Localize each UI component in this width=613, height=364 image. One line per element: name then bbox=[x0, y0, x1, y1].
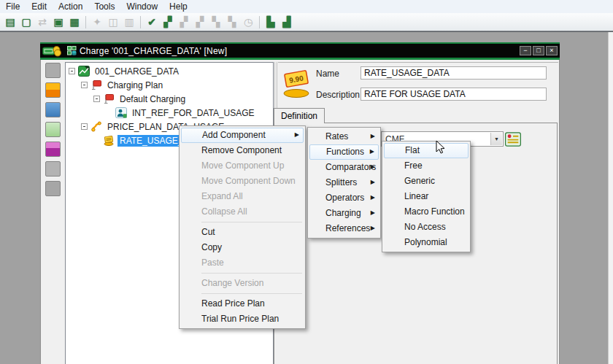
collapse-expander-icon[interactable] bbox=[81, 123, 88, 130]
mouse-cursor bbox=[436, 140, 446, 155]
event-picker-button[interactable] bbox=[505, 132, 521, 147]
export-icon[interactable]: ▦ bbox=[67, 15, 82, 29]
toolbar-separator bbox=[140, 16, 141, 28]
palette-green-button[interactable] bbox=[45, 122, 61, 137]
chevron-down-icon[interactable]: ▼ bbox=[490, 133, 502, 145]
toolbar-separator bbox=[85, 16, 86, 28]
palette-magenta-button[interactable] bbox=[45, 142, 61, 157]
submenu-item-references[interactable]: References▶ bbox=[309, 221, 379, 236]
new-icon[interactable]: ▤ bbox=[3, 15, 18, 29]
menu-item-cut[interactable]: Cut bbox=[181, 225, 304, 240]
open-icon[interactable]: ▢ bbox=[19, 15, 34, 29]
collapse-expander-icon[interactable] bbox=[93, 96, 100, 102]
palette-blank-button[interactable] bbox=[45, 63, 61, 78]
validate-icon[interactable]: ✔ bbox=[144, 15, 159, 29]
submenu-item-linear[interactable]: Linear bbox=[384, 189, 469, 204]
submenu-arrow-icon: ▶ bbox=[371, 190, 375, 205]
submenu-item-polynomial[interactable]: Polynomial bbox=[384, 235, 469, 250]
price-plan-icon[interactable]: ▞ bbox=[161, 15, 175, 29]
tab-definition[interactable]: Definition bbox=[274, 108, 325, 123]
link-icon: ⇄ bbox=[35, 15, 50, 29]
event-picker-icon bbox=[505, 132, 521, 147]
menu-tools[interactable]: Tools bbox=[88, 0, 120, 13]
submenu-item-rates[interactable]: Rates▶ bbox=[309, 129, 379, 144]
collapse-expander-icon[interactable] bbox=[69, 68, 75, 74]
submenu-arrow-icon: ▶ bbox=[371, 160, 375, 174]
price-plan-icon bbox=[90, 121, 102, 132]
window-title: Charge '001_CHARGE_DATA' [New] bbox=[80, 46, 227, 56]
copy-icon: ◫ bbox=[106, 15, 120, 29]
description-field[interactable] bbox=[361, 88, 547, 101]
menu-separator bbox=[201, 273, 302, 274]
menu-help[interactable]: Help bbox=[163, 0, 193, 13]
toolbar: ▤ ▢ ⇄ ▣ ▦ ✦ ◫ ▥ ✔ ▞ ▞ ▞ ▚ ▚ ◷ ▙ ▟ bbox=[0, 13, 613, 31]
menu-item-change-version: Change Version bbox=[181, 276, 304, 291]
minimize-button[interactable]: − bbox=[520, 46, 531, 55]
restore-button[interactable]: □ bbox=[533, 46, 544, 55]
menu-item-add-component[interactable]: Add Component ▶ bbox=[181, 128, 304, 143]
menu-item-move-component-up: Move Component Up bbox=[181, 158, 304, 174]
menu-item-collapse-all: Collapse All bbox=[181, 204, 304, 220]
menu-item-paste: Paste bbox=[181, 255, 304, 271]
price-plan-3-icon: ▞ bbox=[193, 15, 207, 29]
submenu-item-no-access[interactable]: No Access bbox=[384, 220, 469, 235]
submenu-item-charging[interactable]: Charging▶ bbox=[309, 206, 379, 221]
palette-blue-button[interactable] bbox=[45, 102, 61, 117]
name-field[interactable] bbox=[361, 66, 547, 80]
menu-item-copy[interactable]: Copy bbox=[181, 240, 304, 255]
name-label: Name bbox=[316, 69, 339, 79]
menu-file[interactable]: File bbox=[0, 0, 26, 13]
menu-item-remove-component[interactable]: Remove Component bbox=[181, 143, 304, 158]
tree-node-internal-reference[interactable]: INT_REF_FOR_DATA_USAGE bbox=[66, 106, 273, 120]
tree-node-label: Charging Plan bbox=[105, 80, 165, 91]
submenu-item-functions[interactable]: Functions▶ bbox=[309, 144, 379, 160]
default-charging-icon bbox=[103, 93, 115, 104]
submenu-arrow-icon: ▶ bbox=[371, 175, 375, 190]
submenu-arrow-icon: ▶ bbox=[370, 145, 374, 158]
functions-submenu: Flat Free Generic Linear Macro Function … bbox=[382, 141, 471, 252]
collapse-expander-icon[interactable] bbox=[81, 82, 88, 88]
tree-node-default-charging[interactable]: Default Charging bbox=[66, 92, 273, 106]
submenu-item-comparators[interactable]: Comparators▶ bbox=[309, 160, 379, 175]
menu-bar: File Edit Action Tools Window Help bbox=[0, 0, 613, 13]
menu-separator bbox=[201, 222, 302, 222]
tab-definition-label: Definition bbox=[281, 111, 317, 121]
rate-tag-icon: 9.90 bbox=[281, 69, 312, 99]
submenu-item-flat[interactable]: Flat bbox=[384, 143, 469, 158]
money-icon bbox=[42, 45, 61, 57]
print-icon: ▥ bbox=[122, 15, 136, 29]
tree-node-label: INT_REF_FOR_DATA_USAGE bbox=[130, 107, 257, 119]
export-price-plan-icon[interactable]: ▙ bbox=[263, 15, 278, 29]
menu-item-expand-all: Expand All bbox=[181, 189, 304, 204]
mdi-right-strip bbox=[608, 32, 613, 364]
menu-item-read-price-plan[interactable]: Read Price Plan bbox=[181, 296, 304, 311]
tree-node-charging-plan[interactable]: Charging Plan bbox=[66, 78, 273, 92]
window-controls: − □ × bbox=[518, 46, 558, 55]
submenu-item-operators[interactable]: Operators▶ bbox=[309, 190, 379, 206]
close-button[interactable]: × bbox=[546, 46, 558, 55]
price-plan-5-icon: ▚ bbox=[225, 15, 239, 29]
palette-orange-button[interactable] bbox=[45, 82, 61, 98]
application-window: File Edit Action Tools Window Help ▤ ▢ ⇄… bbox=[0, 0, 613, 364]
charge-icon bbox=[78, 66, 90, 77]
import-price-plan-icon[interactable]: ▟ bbox=[279, 15, 294, 29]
menu-edit[interactable]: Edit bbox=[26, 0, 53, 13]
tree-node-label: Default Charging bbox=[117, 93, 188, 105]
internal-reference-icon bbox=[115, 107, 127, 118]
menu-item-move-component-down: Move Component Down bbox=[181, 174, 304, 189]
object-palette bbox=[42, 60, 64, 364]
menu-window[interactable]: Window bbox=[120, 0, 163, 13]
submenu-item-free[interactable]: Free bbox=[384, 158, 469, 174]
tree-node-charge-data[interactable]: 001_CHARGE_DATA bbox=[66, 64, 273, 78]
submenu-item-splitters[interactable]: Splitters▶ bbox=[309, 175, 379, 190]
menu-action[interactable]: Action bbox=[53, 0, 88, 13]
import-icon[interactable]: ▣ bbox=[51, 15, 66, 29]
window-title-bar[interactable]: Charge '001_CHARGE_DATA' [New] − □ × bbox=[40, 42, 560, 60]
add-component-submenu: Rates▶ Functions▶ Comparators▶ Splitters… bbox=[307, 127, 381, 239]
palette-gray-button-2 bbox=[45, 181, 61, 196]
submenu-item-generic[interactable]: Generic bbox=[384, 174, 469, 189]
submenu-item-macro-function[interactable]: Macro Function bbox=[384, 204, 469, 220]
menu-item-trial-run-price-plan[interactable]: Trial Run Price Plan bbox=[181, 311, 304, 327]
submenu-arrow-icon: ▶ bbox=[371, 221, 375, 236]
price-plan-4-icon: ▚ bbox=[209, 15, 223, 29]
